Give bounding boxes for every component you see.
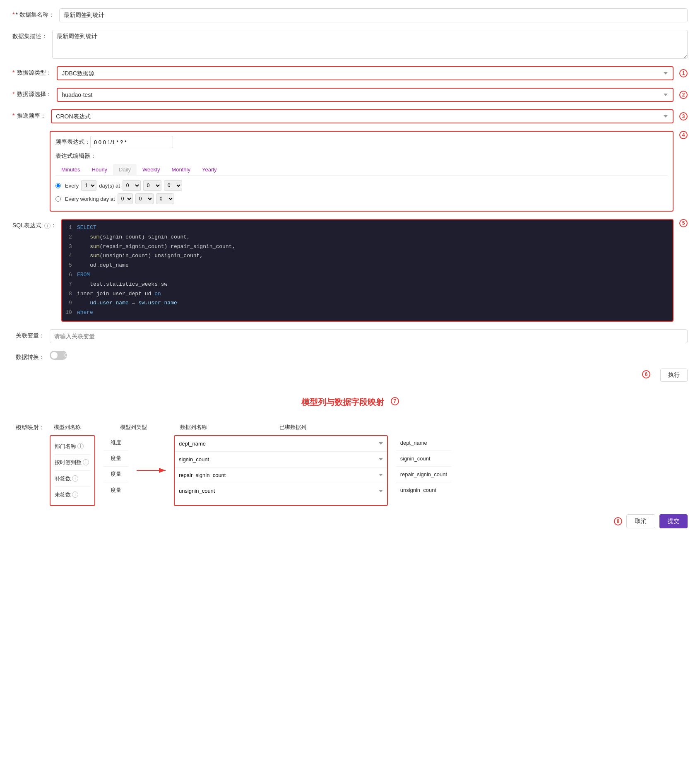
dataset-name-label: ** 数据集名称：: [12, 8, 59, 19]
type-measure-1: 度量: [103, 451, 128, 467]
sql-line-4: 4 sum(unsignin_count) unsignin_count,: [62, 251, 673, 261]
step8-badge: 8: [614, 517, 622, 525]
sql-line-9: 9 ud.user_name = sw.user_name: [62, 299, 673, 308]
model-mapping-label: 模型映射：: [12, 421, 50, 431]
step4-badge: 4: [679, 131, 688, 139]
col-header-name: 模型列名称: [50, 421, 99, 434]
sql-line-5: 5 ud.dept_name: [62, 261, 673, 270]
tab-minutes[interactable]: Minutes: [55, 164, 86, 176]
sql-info-icon: i: [44, 223, 51, 229]
bound-col-1: dept_name: [396, 435, 451, 451]
cron-expr-input[interactable]: [90, 136, 173, 148]
related-var-row: 关联变量：: [12, 329, 688, 343]
step7-badge: 7: [391, 397, 399, 405]
toggle-off-text: OFF: [59, 351, 76, 360]
cron-workday-label: Every working day at: [65, 196, 115, 202]
tab-yearly[interactable]: Yearly: [196, 164, 223, 176]
related-var-input[interactable]: [50, 329, 688, 343]
type-measure-3: 度量: [103, 482, 128, 498]
datasource-type-label: * 数据源类型：: [12, 66, 57, 77]
data-convert-toggle[interactable]: OFF: [50, 351, 67, 360]
unsign-info-icon: i: [72, 491, 78, 498]
sql-row: SQL表达式 i： 1 SELECT 2 sum(signin_count) s…: [12, 219, 688, 322]
dataset-desc-label: 数据集描述：: [12, 30, 52, 40]
push-freq-row: * 推送频率： CRON表达式 3: [12, 109, 688, 123]
model-col-name-box: 部门名称 i 按时签到数 i 补签数 i 未签数 i: [50, 435, 95, 506]
sql-line-8: 8 inner join user_dept ud on: [62, 289, 673, 299]
model-col-signin: 按时签到数 i: [55, 455, 90, 471]
step2-badge: 2: [679, 91, 688, 99]
toggle-slider: OFF: [50, 351, 67, 360]
cron-every-num[interactable]: 123: [81, 180, 96, 191]
bound-col-3: repair_signin_count: [396, 467, 451, 482]
cron-wk-h[interactable]: 016: [118, 193, 133, 204]
data-col-select-2[interactable]: signin_count: [175, 452, 387, 467]
repair-info-icon: i: [72, 475, 78, 482]
tab-hourly[interactable]: Hourly: [86, 164, 113, 176]
sql-editor[interactable]: 1 SELECT 2 sum(signin_count) signin_coun…: [61, 219, 674, 322]
cron-at-s[interactable]: 030: [164, 180, 182, 191]
step5-badge: 5: [679, 219, 688, 227]
cron-workday-radio[interactable]: [55, 196, 61, 202]
sql-line-2: 2 sum(signin_count) signin_count,: [62, 233, 673, 242]
sql-line-10: 10 where: [62, 308, 673, 318]
cron-section: 频率表达式： 表达式编辑器： Minutes Hourly Daily Week…: [12, 131, 688, 212]
data-convert-row: 数据转换： OFF: [12, 351, 688, 361]
cron-editor-box: 频率表达式： 表达式编辑器： Minutes Hourly Daily Week…: [50, 131, 674, 212]
cron-days-label: day(s) at: [99, 183, 120, 189]
cron-wk-m[interactable]: 01530: [135, 193, 154, 204]
datasource-select[interactable]: huadao-test: [57, 88, 674, 102]
bound-col-4: unsignin_count: [396, 482, 451, 498]
step1-badge: 1: [679, 69, 688, 77]
sql-line-3: 3 sum(repair_signin_count) repair_signin…: [62, 242, 673, 252]
data-col-select-3[interactable]: repair_signin_count: [175, 467, 387, 483]
cron-every-row: Every 123 day(s) at 01612 01530 030: [55, 180, 668, 191]
col-header-data: 数据列名称: [176, 421, 267, 434]
cron-at-h[interactable]: 01612: [123, 180, 141, 191]
data-col-select-1[interactable]: dept_name: [175, 436, 387, 452]
signin-info-icon: i: [83, 459, 89, 465]
cron-every-label: Every: [65, 183, 79, 189]
datasource-select-label: * 数据源选择：: [12, 88, 57, 98]
freq-expr-label: [12, 131, 50, 134]
cron-wk-s[interactable]: 030: [156, 193, 174, 204]
expr-editor-text-label: 表达式编辑器：: [55, 152, 96, 160]
tab-weekly[interactable]: Weekly: [137, 164, 166, 176]
col-header-bound: 已绑数据列: [275, 421, 310, 434]
tab-daily[interactable]: Daily: [113, 164, 137, 176]
mapping-row: 模型映射： 模型列名称 模型列类型 数据列名称 已绑数据列 部门名称 i 按时签…: [12, 421, 688, 506]
dept-info-icon: i: [77, 443, 84, 449]
data-col-select-4[interactable]: unsignin_count: [175, 483, 387, 499]
tab-monthly[interactable]: Monthly: [166, 164, 196, 176]
push-freq-label: * 推送频率：: [12, 109, 51, 120]
bottom-buttons: 8 取消 提交: [12, 514, 688, 528]
push-freq-select[interactable]: CRON表达式: [51, 109, 674, 123]
freq-expr-text-label: 频率表达式：: [55, 138, 90, 146]
sql-label: SQL表达式 i：: [12, 219, 61, 229]
model-col-dept: 部门名称 i: [55, 438, 90, 455]
step3-badge: 3: [679, 112, 688, 120]
type-measure-2: 度量: [103, 467, 128, 482]
model-col-repair: 补签数 i: [55, 471, 90, 487]
sql-line-1: 1 SELECT: [62, 223, 673, 233]
sql-line-7: 7 test.statistics_weeks sw: [62, 280, 673, 289]
step6-badge: 6: [642, 370, 650, 378]
datasource-type-select[interactable]: JDBC数据源: [57, 66, 674, 80]
dataset-name-input[interactable]: [59, 8, 688, 22]
cron-freq-row: 频率表达式：: [55, 136, 668, 148]
exec-button[interactable]: 执行: [660, 369, 688, 382]
related-var-label: 关联变量：: [12, 329, 50, 340]
submit-button[interactable]: 提交: [659, 514, 688, 528]
dataset-desc-input[interactable]: 最新周签到统计: [52, 30, 688, 59]
sql-line-6: 6 FROM: [62, 270, 673, 280]
dataset-name-row: ** 数据集名称：: [12, 8, 688, 22]
dataset-desc-row: 数据集描述： 最新周签到统计: [12, 30, 688, 59]
cron-every-radio[interactable]: [55, 183, 61, 188]
mapping-arrow: [137, 464, 170, 477]
cron-at-m[interactable]: 01530: [143, 180, 161, 191]
section-title: 模型列与数据字段映射: [301, 397, 384, 408]
datasource-type-row: * 数据源类型： JDBC数据源 1: [12, 66, 688, 80]
model-col-unsign: 未签数 i: [55, 487, 90, 503]
col-header-type: 模型列类型: [116, 421, 151, 434]
cancel-button[interactable]: 取消: [626, 514, 655, 528]
